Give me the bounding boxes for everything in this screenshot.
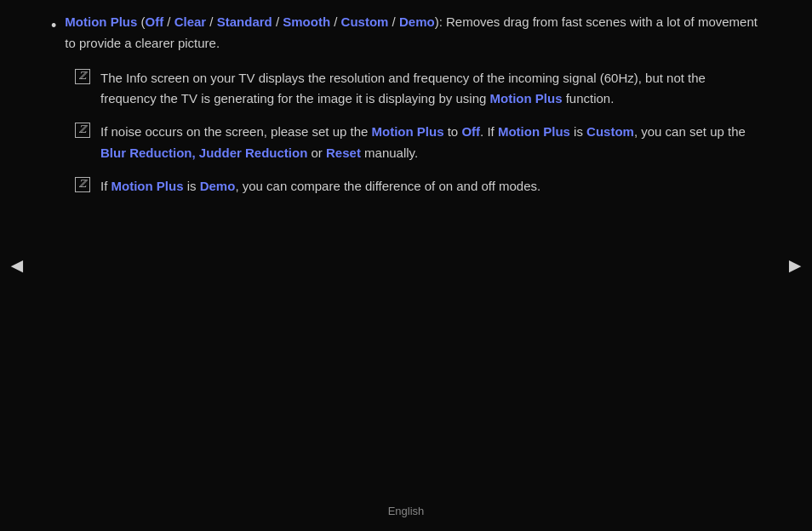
note2-custom: Custom [586,124,634,139]
note2-blur-reduction: Blur Reduction, Judder Reduction [100,146,307,160]
demo-link: Demo [399,14,435,29]
note-2-icon: ℤ [75,123,90,138]
note2-text7: manually. [361,146,418,160]
slash2: / [206,14,217,29]
bullet-point: • [51,14,56,38]
note2-text4: is [570,124,586,139]
main-content: • Motion Plus (Off / Clear / Standard / … [0,0,812,243]
standard-link: Standard [217,14,272,29]
note1-motion-plus: Motion Plus [489,91,562,106]
note1-end: function. [562,91,614,106]
note2-text2: to [444,124,462,139]
note2-off: Off [461,124,480,139]
nav-left-arrow[interactable]: ◄ [7,249,27,282]
note-2-section: ℤ If noise occurs on the screen, please … [75,122,761,164]
note2-text5: , you can set up the [634,124,746,139]
bullet-section: • Motion Plus (Off / Clear / Standard / … [51,12,761,54]
note-1-text: The Info screen on your TV displays the … [100,68,761,111]
slash4: / [330,14,341,29]
note2-motion-plus: Motion Plus [372,124,444,139]
note-3-section: ℤ If Motion Plus is Demo, you can compar… [75,176,761,197]
clear-link: Clear [174,14,207,29]
main-paragraph: Motion Plus (Off / Clear / Standard / Sm… [65,12,761,54]
footer: English [0,503,812,521]
off-link: Off [145,14,163,29]
note-3-text: If Motion Plus is Demo, you can compare … [100,176,540,197]
language-label: English [388,505,425,517]
note2-motion-plus2: Motion Plus [498,124,570,139]
note-1-section: ℤ The Info screen on your TV displays th… [75,68,761,111]
note-2-text: If noise occurs on the screen, please se… [100,122,761,164]
note2-text1: If noise occurs on the screen, please se… [100,124,372,139]
motion-plus-heading: Motion Plus [65,14,137,29]
nav-right-arrow[interactable]: ► [785,249,805,282]
note3-text2: is [184,179,200,193]
slash1: / [163,14,174,29]
note-3-icon: ℤ [75,177,90,192]
slash5: / [388,14,399,29]
note2-text3: . If [480,124,498,139]
note-1-icon: ℤ [75,69,90,84]
note1-text1: The Info screen on your TV displays the … [100,71,706,106]
note3-text1: If [100,179,112,193]
note2-text6: or [307,146,326,160]
note3-demo: Demo [200,179,236,193]
slash3: / [272,14,283,29]
note3-text3: , you can compare the difference of on a… [235,179,540,193]
note2-reset: Reset [326,146,361,160]
smooth-link: Smooth [283,14,330,29]
note3-motion-plus: Motion Plus [112,179,184,193]
custom-link: Custom [341,14,389,29]
